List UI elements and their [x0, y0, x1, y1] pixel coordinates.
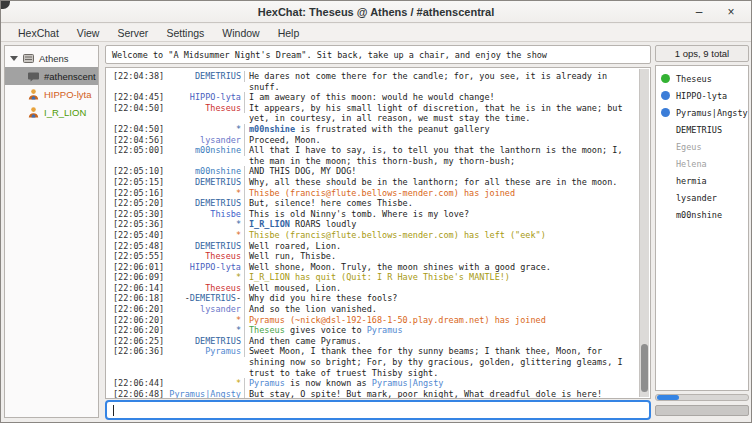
message-row: [22:05:30]ThisbeThis is old Ninny's tomb…	[113, 209, 637, 220]
menu-item-settings[interactable]: Settings	[157, 24, 213, 42]
userlist-header: 1 ops, 9 total	[655, 45, 749, 62]
user-name: m00nshine	[676, 210, 722, 220]
user-name: Helena	[676, 159, 707, 169]
message-timestamp: [22:04:45]	[113, 92, 165, 103]
message-nick: *	[165, 272, 245, 283]
message-text: Sweet Moon, I thank thee for thy sunny b…	[245, 346, 627, 378]
message-text: Thisbe (francis@flute.bellows-mender.com…	[245, 230, 627, 241]
userlist-hscrollbar[interactable]	[655, 394, 749, 401]
message-text: It appears, by his small light of discre…	[245, 103, 627, 124]
message-row: [22:06:18]-DEMETRIUS-Why did you hire th…	[113, 293, 637, 304]
message-nick: HIPPO-lyta	[165, 262, 245, 273]
message-timestamp: [22:05:30]	[113, 209, 165, 220]
message-timestamp: [22:05:36]	[113, 219, 165, 230]
message-timestamp: [22:05:20]	[113, 198, 165, 209]
user-lysander[interactable]: lysander	[656, 189, 748, 206]
message-nick: Pyramus|Angsty	[165, 389, 245, 399]
message-row: [22:05:40]*Thisbe (francis@flute.bellows…	[113, 230, 637, 241]
message-row: [22:06:48]Pyramus|AngstyBut stay, O spit…	[113, 389, 637, 399]
message-row: [22:06:14]TheseusWell moused, Lion.	[113, 283, 637, 294]
message-text: I am aweary of this moon: would he would…	[245, 92, 627, 103]
message-timestamp: [22:05:00]	[113, 145, 165, 156]
menu-item-window[interactable]: Window	[213, 24, 268, 42]
user-m00nshine[interactable]: m00nshine	[656, 206, 748, 223]
message-nick: m00nshine	[165, 145, 245, 156]
menu-item-server[interactable]: Server	[108, 24, 157, 42]
message-timestamp: [22:06:09]	[113, 272, 165, 283]
minimize-button[interactable]: –	[687, 2, 711, 22]
message-timestamp: [22:06:01]	[113, 262, 165, 273]
user-egeus[interactable]: Egeus	[656, 138, 748, 155]
message-row: [22:06:25]DEMETRIUSAnd then came Pyramus…	[113, 336, 637, 347]
message-timestamp: [22:04:50]	[113, 124, 165, 135]
message-text: Pyramus is now known as Pyramus|Angsty	[245, 378, 627, 389]
titlebar[interactable]: HexChat: Theseus @ Athens / #athenscentr…	[1, 1, 751, 23]
message-timestamp: [22:04:56]	[113, 135, 165, 146]
expander-icon[interactable]	[10, 56, 18, 61]
channel-tree: Athens #athenscentHIPPO-lytaI_R_LION	[4, 45, 99, 418]
message-timestamp: [22:05:55]	[113, 251, 165, 262]
message-timestamp: [22:06:48]	[113, 389, 165, 399]
message-nick: *	[165, 230, 245, 241]
user-name: DEMETRIUS	[676, 125, 722, 135]
no-badge	[661, 125, 670, 134]
topic-text: Welcome to "A Midsummer Night's Dream". …	[112, 50, 547, 60]
message-nick: *	[165, 124, 245, 135]
sidebar-item-hippo-lyta[interactable]: HIPPO-lyta	[5, 85, 98, 103]
message-text: Why did you hire these fools?	[245, 293, 627, 304]
message-text: Well roared, Lion.	[245, 241, 627, 252]
message-nick: Theseus	[165, 251, 245, 262]
message-timestamp: [22:05:10]	[113, 166, 165, 177]
close-button[interactable]: ×	[719, 2, 743, 22]
message-text: Well shone, Moon. Truly, the moon shines…	[245, 262, 627, 273]
message-nick: Thisbe	[165, 209, 245, 220]
userlist-hscrollbar-thumb[interactable]	[657, 395, 679, 400]
user-helena[interactable]: Helena	[656, 155, 748, 172]
user-icon	[27, 88, 44, 101]
message-list: [22:04:38]DEMETRIUSHe dares not come the…	[106, 68, 637, 398]
message-row: [22:06:01]HIPPO-lytaWell shone, Moon. Tr…	[113, 262, 637, 273]
message-nick: -DEMETRIUS-	[165, 293, 245, 304]
sidebar-item--athenscentral[interactable]: #athenscent	[5, 67, 98, 85]
user-pyramus-angsty[interactable]: Pyramus|Angsty	[656, 104, 748, 121]
network-row[interactable]: Athens	[5, 49, 98, 67]
message-nick: lysander	[165, 304, 245, 315]
message-nick: DEMETRIUS	[165, 198, 245, 209]
chat-scrollbar[interactable]	[639, 69, 649, 397]
message-timestamp: [22:06:20]	[113, 325, 165, 336]
user-hippo-lyta[interactable]: HIPPO-lyta	[656, 87, 748, 104]
message-text: m00nshine is frustrated with the peanut …	[245, 124, 627, 135]
topic-input[interactable]: Welcome to "A Midsummer Night's Dream". …	[105, 45, 651, 64]
user-theseus[interactable]: Theseus	[656, 70, 748, 87]
message-text: AND THIS DOG, MY DOG!	[245, 166, 627, 177]
message-text: This is old Ninny's tomb. Where is my lo…	[245, 209, 627, 220]
chat-scrollbar-thumb[interactable]	[641, 344, 648, 392]
user-name: HIPPO-lyta	[676, 91, 727, 101]
pane-resize-handle[interactable]	[655, 405, 749, 416]
op-dot-icon	[661, 74, 670, 83]
message-row: [22:04:38]DEMETRIUSHe dares not come the…	[113, 71, 637, 92]
user-name: lysander	[676, 193, 717, 203]
user-name: Egeus	[676, 142, 702, 152]
message-text: Proceed, Moon.	[245, 135, 627, 146]
message-input[interactable]	[105, 400, 651, 420]
message-text: He dares not come there for the candle; …	[245, 71, 627, 92]
message-nick: *	[165, 378, 245, 389]
message-timestamp: [22:06:18]	[113, 293, 165, 304]
menu-item-view[interactable]: View	[68, 24, 109, 42]
message-timestamp: [22:06:20]	[113, 304, 165, 315]
message-row: [22:05:20]DEMETRIUSBut, silence! here co…	[113, 198, 637, 209]
sidebar-item-i-r-lion[interactable]: I_R_LION	[5, 103, 98, 121]
message-text: Theseus gives voice to Pyramus	[245, 325, 627, 336]
menu-item-hexchat[interactable]: HexChat	[9, 24, 68, 42]
tree-item-label: #athenscent	[44, 71, 96, 82]
menu-item-help[interactable]: Help	[269, 24, 309, 42]
message-text: Why, all these should be in the lanthorn…	[245, 177, 627, 188]
message-row: [22:05:48]DEMETRIUSWell roared, Lion.	[113, 241, 637, 252]
user-hermia[interactable]: hermia	[656, 172, 748, 189]
user-demetrius[interactable]: DEMETRIUS	[656, 121, 748, 138]
app-icon	[1, 1, 10, 9]
user-name: hermia	[676, 176, 707, 186]
message-nick: m00nshine	[165, 166, 245, 177]
message-nick: *	[165, 315, 245, 326]
